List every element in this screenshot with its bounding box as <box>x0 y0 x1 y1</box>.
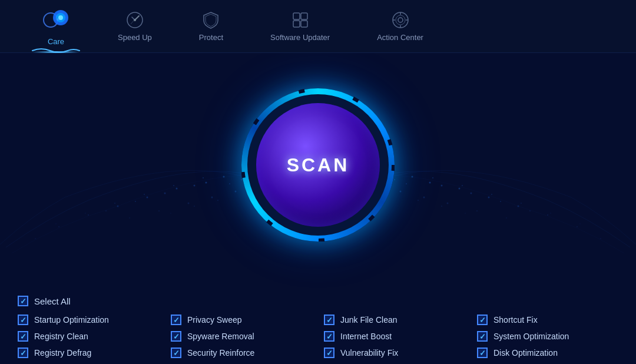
checkbox-spyware-removal[interactable] <box>171 331 181 342</box>
svg-point-34 <box>229 183 230 184</box>
nav-item-software-updater[interactable]: Software Updater <box>247 0 353 53</box>
checkbox-system-optimization[interactable] <box>477 331 488 342</box>
svg-rect-9 <box>293 21 300 27</box>
svg-point-58 <box>400 191 402 193</box>
list-item: Privacy Sweep <box>171 315 312 325</box>
svg-point-37 <box>144 194 145 195</box>
label-privacy-sweep: Privacy Sweep <box>187 315 242 325</box>
svg-point-23 <box>164 193 166 194</box>
svg-point-75 <box>465 213 466 214</box>
main-content: SCAN Select All Startup Optimization Pri… <box>0 53 636 364</box>
nav-item-speed-up[interactable]: Speed Up <box>94 0 175 53</box>
svg-point-74 <box>441 206 442 207</box>
label-shortcut-fix: Shortcut Fix <box>493 315 538 325</box>
svg-point-59 <box>423 197 425 198</box>
scan-button-container: SCAN <box>241 88 395 241</box>
svg-point-72 <box>579 223 581 224</box>
list-item: Registry Clean <box>18 331 159 342</box>
svg-rect-8 <box>301 13 307 19</box>
checkbox-registry-clean[interactable] <box>18 331 28 342</box>
checkbox-startup-optimization[interactable] <box>18 315 28 325</box>
svg-point-48 <box>488 197 490 198</box>
svg-point-18 <box>88 214 89 216</box>
svg-rect-10 <box>301 21 307 27</box>
nav-label-care: Care <box>48 37 64 46</box>
svg-point-17 <box>117 206 119 207</box>
svg-point-38 <box>114 203 115 204</box>
label-registry-defrag: Registry Defrag <box>34 348 91 358</box>
svg-point-50 <box>547 214 548 216</box>
top-navigation: Care Speed Up Protect <box>0 0 636 53</box>
svg-point-21 <box>223 176 225 178</box>
nav-label-software-updater: Software Updater <box>270 33 330 42</box>
checkbox-disk-optimization[interactable] <box>477 348 488 358</box>
svg-point-40 <box>55 223 57 224</box>
label-registry-clean: Registry Clean <box>34 332 88 341</box>
svg-point-49 <box>518 206 519 207</box>
nav-label-speed-up: Speed Up <box>118 33 152 42</box>
software-updater-icon <box>291 11 310 29</box>
svg-point-43 <box>170 213 171 214</box>
svg-point-39 <box>85 213 86 214</box>
svg-point-71 <box>550 213 551 214</box>
svg-point-51 <box>577 226 578 227</box>
list-item: Shortcut Fix <box>477 315 618 325</box>
list-item: System Optimization <box>477 331 618 342</box>
checkbox-shortcut-fix[interactable] <box>477 315 488 325</box>
label-junk-file-clean: Junk File Clean <box>340 315 398 325</box>
checkbox-internet-boost[interactable] <box>324 331 334 342</box>
checkbox-security-reinforce[interactable] <box>171 348 181 358</box>
svg-point-55 <box>471 193 472 194</box>
scan-button[interactable]: SCAN <box>256 103 380 227</box>
svg-point-60 <box>447 203 449 204</box>
svg-point-3 <box>58 15 63 20</box>
select-all-row: Select All <box>18 296 618 306</box>
checkbox-junk-file-clean[interactable] <box>324 315 334 325</box>
label-vulnerability-fix: Vulnerability Fix <box>340 348 398 358</box>
svg-point-30 <box>129 217 130 219</box>
checkbox-privacy-sweep[interactable] <box>171 315 181 325</box>
nav-label-action-center: Action Center <box>377 33 423 42</box>
svg-point-35 <box>203 177 204 178</box>
nav-label-protect: Protect <box>199 33 223 42</box>
svg-point-24 <box>135 201 136 202</box>
checkbox-registry-defrag[interactable] <box>18 348 28 358</box>
label-disk-optimization: Disk Optimization <box>493 348 558 358</box>
svg-point-25 <box>105 210 107 211</box>
nav-item-protect[interactable]: Protect <box>175 0 247 53</box>
label-spyware-removal: Spyware Removal <box>187 332 254 341</box>
nav-item-action-center[interactable]: Action Center <box>353 0 447 53</box>
svg-point-29 <box>158 210 160 211</box>
svg-point-20 <box>35 238 36 239</box>
svg-rect-7 <box>293 13 300 19</box>
protect-icon <box>201 11 220 29</box>
svg-point-14 <box>206 182 207 184</box>
svg-point-61 <box>476 210 478 211</box>
svg-point-22 <box>194 185 196 187</box>
scan-outer-ring: SCAN <box>241 88 395 241</box>
checkbox-grid: Startup Optimization Privacy Sweep Junk … <box>18 315 618 358</box>
svg-point-73 <box>418 200 419 201</box>
svg-point-46 <box>429 182 431 184</box>
svg-point-15 <box>176 188 178 190</box>
svg-point-13 <box>398 18 403 22</box>
checks-area: Select All Startup Optimization Privacy … <box>0 290 636 364</box>
label-system-optimization: System Optimization <box>493 332 569 341</box>
svg-point-52 <box>600 238 601 239</box>
checkbox-vulnerability-fix[interactable] <box>324 348 334 358</box>
select-all-label: Select All <box>34 296 71 306</box>
svg-point-47 <box>459 188 461 190</box>
svg-point-69 <box>491 194 492 195</box>
svg-point-41 <box>217 200 218 201</box>
svg-point-28 <box>188 203 190 204</box>
label-security-reinforce: Security Reinforce <box>187 348 254 358</box>
list-item: Disk Optimization <box>477 348 618 358</box>
svg-point-57 <box>529 210 531 211</box>
action-center-icon <box>391 11 410 29</box>
nav-item-care[interactable]: Care <box>18 0 94 53</box>
select-all-checkbox[interactable] <box>18 296 28 306</box>
svg-point-56 <box>500 201 501 202</box>
list-item: Vulnerability Fix <box>324 348 465 358</box>
list-item: Internet Boost <box>324 331 465 342</box>
svg-point-66 <box>406 183 407 184</box>
